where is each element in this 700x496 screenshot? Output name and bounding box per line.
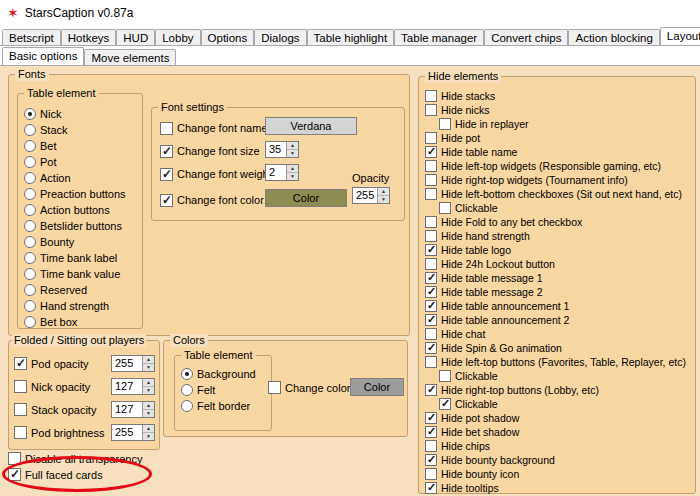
tab-table-manager[interactable]: Table manager <box>394 29 484 46</box>
checkbox-clickable[interactable]: Clickable <box>425 201 693 215</box>
spinner-buttons[interactable]: ▲▼ <box>377 188 389 203</box>
spinner-buttons[interactable]: ▲▼ <box>142 402 154 417</box>
spin-up-icon[interactable]: ▲ <box>143 379 154 387</box>
radio-time-bank-label[interactable]: Time bank label <box>24 250 140 266</box>
pod-opacity-spinner[interactable]: 255▲▼ <box>111 355 155 372</box>
radio-action[interactable]: Action <box>24 170 140 186</box>
radio-bounty[interactable]: Bounty <box>24 234 140 250</box>
radio-action-buttons[interactable]: Action buttons <box>24 202 140 218</box>
tab-lobby[interactable]: Lobby <box>155 29 200 46</box>
spin-up-icon[interactable]: ▲ <box>143 402 154 410</box>
checkbox-hide-table-announcement-1[interactable]: Hide table announcement 1 <box>425 299 693 313</box>
spinner-buttons[interactable]: ▲▼ <box>142 425 154 440</box>
checkbox-hide-table-announcement-2[interactable]: Hide table announcement 2 <box>425 313 693 327</box>
spin-down-icon[interactable]: ▼ <box>143 364 154 371</box>
checkbox-hide-left-top-widgets-responsible-gaming-etc[interactable]: Hide left-top widgets (Responsible gamin… <box>425 159 693 173</box>
checkbox-hide-right-top-buttons-lobby-etc[interactable]: Hide right-top buttons (Lobby, etc) <box>425 383 693 397</box>
radio-bet-box[interactable]: Bet box <box>24 314 140 330</box>
spin-up-icon[interactable]: ▲ <box>287 165 298 173</box>
change-font-name-row[interactable]: Change font name <box>160 120 268 136</box>
checkbox-hide-table-logo[interactable]: Hide table logo <box>425 243 693 257</box>
radio-felt-border[interactable]: Felt border <box>181 398 269 414</box>
tab-betscript[interactable]: Betscript <box>2 29 61 46</box>
radio-hand-strength[interactable]: Hand strength <box>24 298 140 314</box>
checkbox-hide-24h-lockout-button[interactable]: Hide 24h Lockout button <box>425 257 693 271</box>
checkbox-hide-pot-shadow[interactable]: Hide pot shadow <box>425 411 693 425</box>
spin-down-icon[interactable]: ▼ <box>378 196 389 203</box>
spinner-buttons[interactable]: ▲▼ <box>286 165 298 180</box>
spin-down-icon[interactable]: ▼ <box>143 433 154 440</box>
checkbox-clickable[interactable]: Clickable <box>425 369 693 383</box>
checkbox-stack-opacity[interactable]: Stack opacity <box>14 403 111 416</box>
radio-pot[interactable]: Pot <box>24 154 140 170</box>
change-font-size-checkbox[interactable] <box>160 145 173 158</box>
tab-hotkeys[interactable]: Hotkeys <box>61 29 117 46</box>
tab-hud[interactable]: HUD <box>116 29 155 46</box>
change-font-weight-row[interactable]: Change font weight <box>160 166 272 182</box>
checkbox-full-faced-cards[interactable]: Full faced cards <box>8 468 103 481</box>
spin-down-icon[interactable]: ▼ <box>143 387 154 394</box>
font-color-button[interactable]: Color <box>265 189 347 207</box>
tab-table-highlight[interactable]: Table highlight <box>307 29 395 46</box>
radio-felt[interactable]: Felt <box>181 382 269 398</box>
checkbox-hide-pot[interactable]: Hide pot <box>425 131 693 145</box>
font-name-button[interactable]: Verdana <box>265 117 357 135</box>
subtab-move-elements[interactable]: Move elements <box>84 49 176 66</box>
checkbox-nick-opacity[interactable]: Nick opacity <box>14 380 111 393</box>
change-color-row[interactable]: Change color <box>268 381 350 394</box>
checkbox-hide-table-message-1[interactable]: Hide table message 1 <box>425 271 693 285</box>
spinner-buttons[interactable]: ▲▼ <box>142 356 154 371</box>
tab-action-blocking[interactable]: Action blocking <box>568 29 659 46</box>
checkbox-hide-bet-shadow[interactable]: Hide bet shadow <box>425 425 693 439</box>
tab-dialogs[interactable]: Dialogs <box>254 29 306 46</box>
spin-up-icon[interactable]: ▲ <box>287 142 298 150</box>
checkbox-hide-fold-to-any-bet-checkbox[interactable]: Hide Fold to any bet checkbox <box>425 215 693 229</box>
spin-down-icon[interactable]: ▼ <box>287 173 298 180</box>
checkbox-pod-brightness[interactable]: Pod brightness <box>14 426 111 439</box>
radio-preaction-buttons[interactable]: Preaction buttons <box>24 186 140 202</box>
change-font-size-row[interactable]: Change font size <box>160 143 260 159</box>
checkbox-disable-all-transparency[interactable]: Disable all transparency <box>8 452 142 465</box>
radio-reserved[interactable]: Reserved <box>24 282 140 298</box>
tab-options[interactable]: Options <box>201 29 255 46</box>
checkbox-hide-bounty-icon[interactable]: Hide bounty icon <box>425 467 693 481</box>
opacity-spinner[interactable]: 255 ▲▼ <box>352 187 390 204</box>
spin-down-icon[interactable]: ▼ <box>287 150 298 157</box>
color-button[interactable]: Color <box>350 378 404 396</box>
change-font-color-checkbox[interactable] <box>160 194 173 207</box>
radio-betslider-buttons[interactable]: Betslider buttons <box>24 218 140 234</box>
change-font-color-row[interactable]: Change font color <box>160 192 264 208</box>
checkbox-hide-table-message-2[interactable]: Hide table message 2 <box>425 285 693 299</box>
checkbox-hide-nicks[interactable]: Hide nicks <box>425 103 693 117</box>
nick-opacity-spinner[interactable]: 127▲▼ <box>111 378 155 395</box>
tab-layout-editor[interactable]: Layout editor <box>660 27 700 46</box>
radio-nick[interactable]: Nick <box>24 106 140 122</box>
checkbox-hide-spin-go-animation[interactable]: Hide Spin & Go animation <box>425 341 693 355</box>
spin-up-icon[interactable]: ▲ <box>378 188 389 196</box>
spin-down-icon[interactable]: ▼ <box>143 410 154 417</box>
checkbox-hide-left-top-buttons-favorites-table-replayer-etc[interactable]: Hide left-top buttons (Favorites, Table,… <box>425 355 693 369</box>
change-font-weight-checkbox[interactable] <box>160 168 173 181</box>
stack-opacity-spinner[interactable]: 127▲▼ <box>111 401 155 418</box>
subtab-basic-options[interactable]: Basic options <box>2 47 84 66</box>
checkbox-hide-stacks[interactable]: Hide stacks <box>425 89 693 103</box>
checkbox-hide-chips[interactable]: Hide chips <box>425 439 693 453</box>
pod-brightness-spinner[interactable]: 255▲▼ <box>111 424 155 441</box>
radio-background[interactable]: Background <box>181 366 269 382</box>
tab-convert-chips[interactable]: Convert chips <box>484 29 568 46</box>
spin-up-icon[interactable]: ▲ <box>143 425 154 433</box>
font-size-spinner[interactable]: 35 ▲▼ <box>265 141 299 158</box>
checkbox-pod-opacity[interactable]: Pod opacity <box>14 357 111 370</box>
spinner-buttons[interactable]: ▲▼ <box>286 142 298 157</box>
checkbox-hide-left-bottom-checkboxes-sit-out-next-hand-etc[interactable]: Hide left-bottom checkboxes (Sit out nex… <box>425 187 693 201</box>
checkbox-hide-hand-strength[interactable]: Hide hand strength <box>425 229 693 243</box>
checkbox-hide-bounty-background[interactable]: Hide bounty background <box>425 453 693 467</box>
checkbox-hide-right-top-widgets-tournament-info[interactable]: Hide right-top widgets (Tournament info) <box>425 173 693 187</box>
checkbox-hide-in-replayer[interactable]: Hide in replayer <box>425 117 693 131</box>
radio-bet[interactable]: Bet <box>24 138 140 154</box>
spin-up-icon[interactable]: ▲ <box>143 356 154 364</box>
change-font-name-checkbox[interactable] <box>160 122 173 135</box>
checkbox-clickable[interactable]: Clickable <box>425 397 693 411</box>
checkbox-hide-tooltips[interactable]: Hide tooltips <box>425 481 693 495</box>
font-weight-spinner[interactable]: 2 ▲▼ <box>265 164 299 181</box>
